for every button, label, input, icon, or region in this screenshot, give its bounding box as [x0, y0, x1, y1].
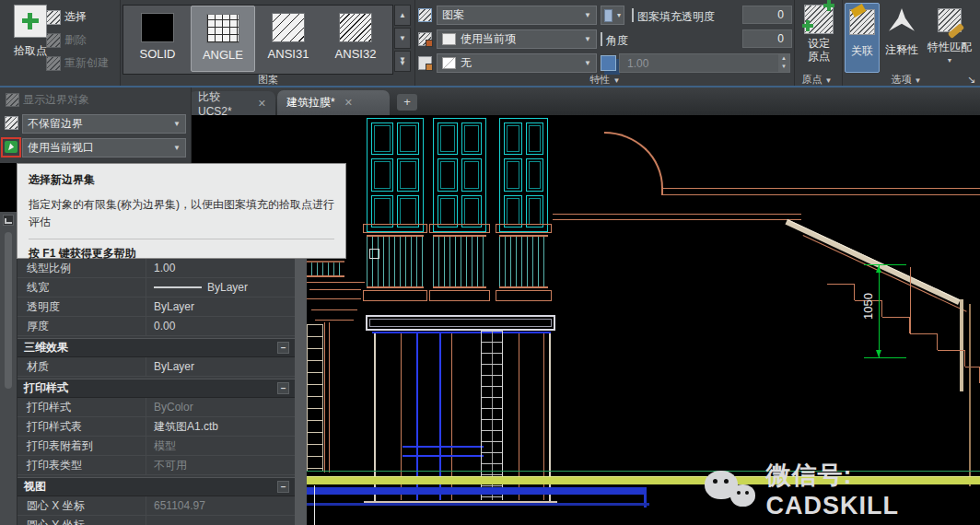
palette-titlebar[interactable] — [0, 212, 17, 525]
file-tab-ucs2[interactable]: 比较UCS2* ✕ — [189, 91, 275, 115]
angle-slider[interactable] — [601, 32, 602, 46]
palette-row[interactable]: 打印表附着到 模型 — [18, 437, 295, 456]
hatch-scale-input[interactable]: 1.00 — [619, 53, 790, 73]
palette-row[interactable]: 透明度 ByLayer — [18, 298, 295, 317]
hatch-type-dropdown[interactable]: 图案 ▼ — [437, 6, 597, 25]
watermark: 微信号: CADSKILL — [705, 459, 980, 520]
show-boundary-objects-icon — [6, 93, 19, 107]
palette-scrollbar-thumb[interactable] — [5, 232, 12, 389]
palette-row[interactable]: 材质 ByLayer — [18, 357, 295, 377]
cad-stud — [543, 333, 544, 500]
properties-panel-label[interactable]: 特性 ▼ — [416, 73, 794, 86]
pattern-angle-selected[interactable]: ANGLE — [191, 6, 255, 72]
select-button[interactable]: 选择 — [46, 9, 87, 25]
pattern-ansi31[interactable]: ANSI31 — [258, 6, 319, 72]
collapse-icon[interactable]: – — [277, 342, 289, 354]
cad-sill — [496, 224, 552, 233]
cad-quoin-blocks — [307, 324, 323, 472]
annotative-button[interactable]: 注释性 — [882, 3, 921, 78]
cad-dim-arrow-down — [876, 350, 881, 357]
chevron-down-icon: ▼ — [947, 57, 953, 64]
cad-railing — [367, 235, 424, 288]
annotative-label: 注释性 — [885, 42, 918, 58]
swatch-ansi31-icon — [272, 13, 305, 42]
transparency-label: 图案填充透明度 — [637, 9, 715, 25]
palette-row[interactable]: 线宽 ByLayer — [18, 278, 295, 298]
match-properties-button[interactable]: 特性匹配 ▼ — [923, 3, 976, 78]
boundaries-slideout: 显示边界对象 不保留边界 ▼ 使用当前视口 ▼ — [0, 88, 192, 163]
gallery-expand[interactable]: ▼▼ — [394, 51, 411, 72]
cad-stringer — [803, 235, 967, 312]
palette-row[interactable]: 圆心 Y 坐标 — [18, 516, 295, 525]
file-tab-jianzhu[interactable]: 建筑拉膜* ✕ — [277, 90, 390, 115]
set-origin-icon — [804, 5, 834, 34]
cad-rail-line — [553, 219, 801, 220]
cad-blue-crossbar — [402, 446, 484, 448]
cad-railing-left — [306, 261, 344, 277]
cad-stair-step — [938, 350, 965, 367]
cad-handrail-post — [960, 299, 963, 391]
cad-dim-arrow-up — [876, 265, 881, 273]
cad-railing — [499, 235, 548, 288]
collapse-icon[interactable]: – — [277, 481, 289, 493]
associative-label: 关联 — [851, 43, 873, 59]
origin-panel-label[interactable]: 原点 ▼ — [794, 73, 840, 86]
select-boundary-set-icon[interactable] — [5, 141, 18, 153]
pattern-solid[interactable]: SOLID — [127, 6, 188, 72]
palette-row[interactable]: 打印表类型 不可用 — [18, 456, 295, 475]
none-swatch — [442, 57, 456, 69]
cad-ground-blue — [297, 487, 647, 495]
transparency-slider[interactable] — [632, 8, 634, 22]
options-panel-label[interactable]: 选项 ▼ — [842, 73, 971, 86]
cad-dim-text: 1050 — [861, 288, 875, 325]
set-origin-button[interactable]: 设定原点 — [798, 5, 840, 64]
palette-section-view[interactable]: 视图 – — [18, 477, 295, 496]
pattern-ansi32[interactable]: ANSI32 — [324, 6, 387, 72]
chevron-down-icon: ▼ — [173, 120, 181, 128]
tooltip-title: 选择新边界集 — [29, 172, 334, 188]
palette-row[interactable]: 厚度 0.00 — [18, 317, 295, 336]
palette-section-plotstyle[interactable]: 打印样式 – — [18, 379, 295, 398]
palette-row[interactable]: 打印样式 ByColor — [18, 398, 295, 417]
angle-value[interactable]: 0 — [742, 29, 792, 48]
transparency-swatch-icon — [604, 9, 612, 22]
retain-boundaries-dropdown[interactable]: 不保留边界 ▼ — [22, 114, 186, 134]
angle-label: 角度 — [606, 33, 628, 49]
cad-dim-line — [879, 265, 880, 357]
pattern-panel-label[interactable]: 图案 — [122, 73, 414, 86]
cad-pedestal — [363, 290, 427, 301]
close-icon[interactable]: ✕ — [258, 98, 266, 110]
transparency-type-button[interactable]: ▾ — [601, 6, 624, 25]
transparency-value[interactable]: 0 — [742, 6, 792, 24]
palette-row[interactable]: 打印样式表 建筑图A1.ctb — [18, 417, 295, 437]
cad-riser-line — [910, 267, 911, 333]
scale-spinner[interactable]: ▲▼ — [778, 54, 789, 72]
background-color-dropdown[interactable]: 无 ▼ — [437, 53, 597, 73]
gallery-scroll-down[interactable]: ▼ — [394, 28, 411, 49]
recreate-button: 重新创建 — [46, 55, 109, 71]
cad-stud — [451, 333, 452, 500]
hatch-type-icon — [418, 8, 432, 22]
gallery-scroll-up[interactable]: ▲ — [394, 5, 411, 26]
palette-section-3d[interactable]: 三维效果 – — [18, 338, 295, 357]
new-tab-button[interactable]: + — [397, 94, 417, 111]
swatch-solid-icon — [141, 13, 174, 42]
associative-button[interactable]: 关联 — [845, 3, 880, 73]
boundary-set-dropdown[interactable]: 使用当前视口 ▼ — [22, 138, 186, 158]
palette-resize-edge[interactable] — [295, 259, 307, 525]
cad-blue-column — [439, 333, 441, 500]
hatch-color-dropdown[interactable]: 使用当前项 ▼ — [437, 29, 597, 49]
collapse-icon[interactable]: – — [277, 382, 289, 394]
cad-line — [661, 194, 980, 195]
dialog-launcher-icon[interactable]: ↘ — [967, 74, 975, 86]
palette-pin-icon[interactable] — [3, 215, 14, 226]
file-tab-label: 比较UCS2* — [198, 89, 249, 118]
chevron-down-icon: ▼ — [584, 59, 591, 67]
palette-row[interactable]: 圆心 X 坐标 651104.97 — [18, 496, 295, 516]
associative-icon — [849, 9, 875, 35]
cad-stair-step — [910, 333, 938, 350]
cad-sill — [429, 224, 490, 233]
close-icon[interactable]: ✕ — [344, 97, 353, 109]
watermark-text: 微信号: CADSKILL — [766, 459, 980, 520]
palette-row[interactable]: 线型比例 1.00 — [18, 259, 295, 278]
